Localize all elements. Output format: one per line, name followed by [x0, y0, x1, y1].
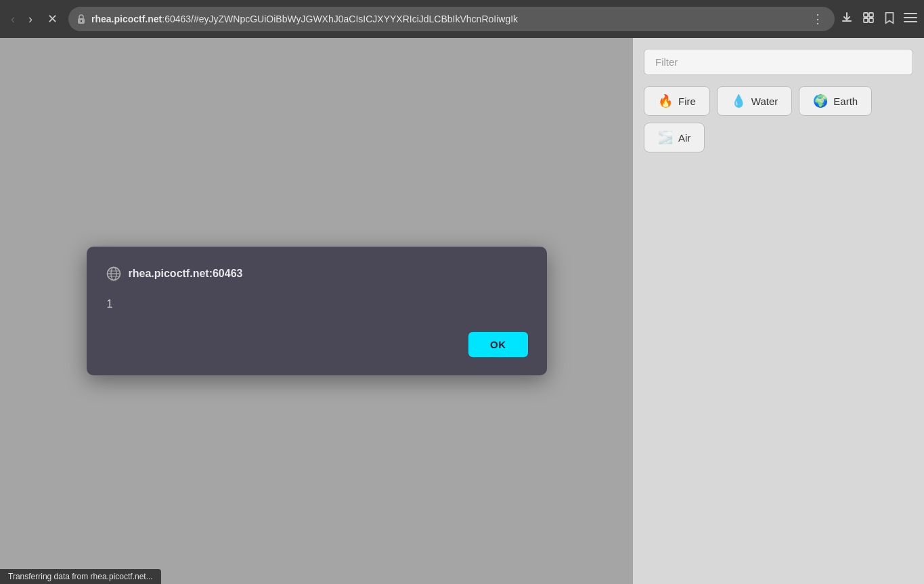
url-text: rhea.picoctf.net:60463/#eyJyZWNpcGUiOiBb… — [91, 14, 804, 24]
lock-icon — [76, 14, 86, 24]
page-area: rhea.picoctf.net:60463 1 OK Transferring… — [0, 38, 924, 584]
svg-rect-2 — [864, 13, 868, 17]
air-label: Air — [678, 132, 690, 144]
water-button[interactable]: 💧 Water — [717, 86, 792, 116]
browser-toolbar-right — [840, 11, 917, 28]
air-button[interactable]: 🌫️ Air — [644, 123, 705, 152]
svg-rect-5 — [869, 18, 873, 22]
earth-emoji: 🌍 — [813, 93, 828, 108]
water-emoji: 💧 — [731, 93, 746, 108]
earth-label: Earth — [833, 96, 858, 107]
earth-button[interactable]: 🌍 Earth — [799, 86, 872, 116]
alert-dialog: rhea.picoctf.net:60463 1 OK — [87, 247, 547, 375]
svg-rect-3 — [869, 13, 873, 17]
browser-toolbar: ‹ › ✕ rhea.picoctf.net:60463/#eyJyZWNpcG… — [0, 0, 924, 38]
main-content: rhea.picoctf.net:60463 1 OK Transferring… — [0, 38, 633, 584]
dialog-header: rhea.picoctf.net:60463 — [106, 266, 528, 282]
air-emoji: 🌫️ — [658, 130, 673, 145]
bookmark-icon[interactable] — [883, 11, 896, 28]
filter-input[interactable] — [644, 49, 913, 75]
dialog-overlay: rhea.picoctf.net:60463 1 OK — [0, 38, 633, 584]
svg-rect-4 — [864, 18, 868, 22]
extensions-icon[interactable] — [862, 11, 875, 28]
fire-label: Fire — [678, 96, 696, 107]
status-bar: Transferring data from rhea.picoctf.net.… — [0, 569, 161, 584]
ok-button[interactable]: OK — [468, 332, 528, 357]
close-button[interactable]: ✕ — [42, 9, 63, 29]
water-label: Water — [751, 96, 778, 107]
address-bar[interactable]: rhea.picoctf.net:60463/#eyJyZWNpcGUiOiBb… — [68, 7, 835, 31]
svg-point-1 — [81, 20, 82, 22]
dialog-footer: OK — [106, 332, 528, 357]
fire-button[interactable]: 🔥 Fire — [644, 86, 710, 116]
download-icon[interactable] — [840, 11, 854, 28]
globe-icon — [106, 266, 122, 282]
back-button[interactable]: ‹ — [7, 10, 19, 28]
forward-button[interactable]: › — [24, 10, 37, 28]
dialog-domain: rhea.picoctf.net:60463 — [129, 268, 243, 280]
dialog-message: 1 — [106, 298, 528, 310]
element-buttons: 🔥 Fire 💧 Water 🌍 Earth 🌫️ Air — [644, 86, 913, 152]
hamburger-menu-icon[interactable] — [904, 12, 917, 27]
right-panel: 🔥 Fire 💧 Water 🌍 Earth 🌫️ Air — [633, 38, 924, 584]
address-menu-icon[interactable]: ⋮ — [809, 9, 827, 29]
fire-emoji: 🔥 — [658, 93, 673, 108]
